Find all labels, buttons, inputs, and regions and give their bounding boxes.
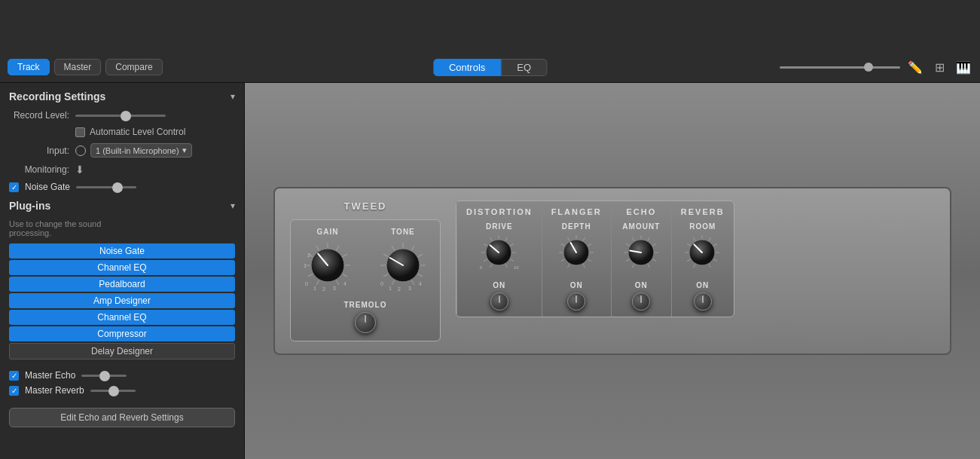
svg-text:2: 2	[322, 286, 325, 292]
echo-switch[interactable]	[632, 292, 650, 311]
svg-line-72	[648, 237, 650, 240]
reverb-knob-svg	[682, 232, 723, 274]
svg-line-21	[383, 274, 388, 277]
record-level-label: Record Level:	[9, 110, 69, 121]
room-label: ROOM	[689, 222, 716, 231]
grid-icon[interactable]: ⊞	[930, 58, 948, 76]
zoom-slider[interactable]	[780, 66, 900, 69]
svg-text:1: 1	[304, 263, 307, 268]
svg-text:4: 4	[419, 281, 422, 286]
tab-compare[interactable]: Compare	[105, 59, 162, 75]
echo-knob-svg	[621, 232, 662, 274]
tremolo-switch[interactable]	[355, 312, 376, 333]
tab-eq[interactable]: EQ	[501, 59, 547, 76]
echo-knob[interactable]	[621, 232, 662, 274]
reverb-knob-container: ROOM	[682, 222, 723, 274]
auto-level-row: Automatic Level Control	[75, 127, 235, 137]
plugin-channel-eq-1[interactable]: Channel EQ	[9, 260, 235, 275]
svg-line-30	[412, 280, 415, 285]
svg-line-63	[583, 265, 585, 268]
piano-icon[interactable]: 🎹	[954, 58, 972, 76]
main-content: Recording Settings ▾ Record Level: Autom…	[0, 83, 980, 459]
svg-line-82	[687, 244, 690, 246]
noise-gate-row: ✓ Noise Gate	[9, 182, 235, 192]
svg-text:2: 2	[307, 252, 310, 258]
svg-line-23	[383, 254, 388, 257]
plugin-channel-eq-2[interactable]: Channel EQ	[9, 310, 235, 325]
pencil-icon[interactable]: ✏️	[906, 58, 924, 76]
master-reverb-slider[interactable]	[90, 390, 136, 392]
gain-knob-container: GAIN	[301, 228, 354, 292]
input-select[interactable]: 1 (Built-in Microphone) ▾	[90, 143, 192, 158]
svg-line-53	[567, 265, 569, 268]
tab-track[interactable]: Track	[8, 59, 50, 75]
plugins-header[interactable]: Plug-ins ▾	[9, 200, 235, 212]
flanger-knob[interactable]	[556, 232, 597, 274]
master-echo-slider[interactable]	[81, 375, 127, 377]
flanger-switch[interactable]	[567, 292, 585, 311]
tremolo-label: TREMOLO	[344, 301, 387, 309]
edit-echo-reverb-button[interactable]: Edit Echo and Reverb Settings	[9, 408, 235, 427]
svg-line-27	[418, 254, 423, 257]
depth-label: DEPTH	[562, 222, 591, 231]
tab-controls[interactable]: Controls	[433, 59, 501, 76]
svg-line-4	[316, 246, 319, 250]
plugin-description: Use to change the soundprocessing.	[9, 219, 235, 237]
distortion-switch[interactable]	[490, 292, 508, 311]
distortion-knob[interactable]: 0 10	[478, 232, 520, 274]
tone-knob-container: TONE	[377, 228, 429, 292]
svg-line-83	[694, 237, 696, 240]
plugin-amp-designer[interactable]: Amp Designer	[9, 293, 235, 308]
svg-line-80	[687, 259, 690, 262]
master-reverb-checkbox[interactable]: ✓	[9, 386, 19, 396]
flanger-title: FLANGER	[551, 207, 602, 216]
distortion-title: DISTORTION	[466, 207, 533, 216]
master-echo-label: Master Echo	[25, 370, 75, 381]
tweed-box: GAIN	[290, 219, 441, 341]
monitoring-icon[interactable]: ⬇	[75, 164, 84, 176]
gain-knob[interactable]: 0 1 2 3 4 2 1	[301, 239, 354, 292]
recording-settings-title: Recording Settings	[9, 90, 105, 103]
tone-label: TONE	[391, 228, 415, 236]
auto-level-checkbox[interactable]	[75, 127, 85, 137]
master-reverb-row: ✓ Master Reverb	[9, 385, 235, 396]
flanger-knob-container: DEPTH	[556, 222, 597, 274]
auto-level-label: Automatic Level Control	[90, 127, 185, 137]
plugin-compressor[interactable]: Compressor	[9, 326, 235, 341]
svg-line-47	[511, 259, 514, 262]
svg-line-56	[561, 244, 564, 246]
reverb-on-label: ON	[696, 281, 709, 289]
record-level-slider[interactable]	[75, 115, 166, 117]
svg-line-75	[652, 259, 655, 262]
svg-line-24	[392, 246, 395, 250]
plugin-delay-designer[interactable]: Delay Designer	[9, 343, 235, 360]
tone-knob[interactable]: 0 1 2 3 4	[377, 239, 429, 292]
svg-line-79	[694, 265, 696, 268]
svg-line-57	[567, 237, 569, 240]
flanger-knob-svg	[556, 232, 597, 274]
tab-master[interactable]: Master	[54, 59, 102, 75]
plugins-chevron[interactable]: ▾	[230, 200, 235, 211]
recording-settings-header[interactable]: Recording Settings ▾	[9, 90, 235, 103]
svg-line-6	[337, 246, 340, 250]
svg-text:4: 4	[343, 281, 347, 286]
svg-text:3: 3	[408, 286, 411, 291]
plugin-pedalboard[interactable]: Pedalboard	[9, 277, 235, 292]
echo-section: ECHO AMOUNT	[611, 201, 671, 317]
svg-line-26	[412, 246, 415, 250]
svg-text:0: 0	[380, 281, 383, 286]
recording-settings-chevron[interactable]: ▾	[230, 91, 235, 102]
reverb-knob[interactable]	[682, 232, 723, 274]
input-row: Input: 1 (Built-in Microphone) ▾	[9, 143, 235, 158]
center-tabs: Controls EQ	[433, 59, 547, 76]
svg-line-7	[343, 254, 347, 257]
svg-text:1: 1	[389, 286, 392, 291]
plugin-noise-gate[interactable]: Noise Gate	[9, 243, 235, 259]
reverb-switch[interactable]	[694, 292, 712, 311]
svg-line-1	[308, 274, 313, 277]
master-echo-checkbox[interactable]: ✓	[9, 371, 19, 381]
noise-gate-checkbox[interactable]: ✓	[9, 182, 19, 192]
noise-gate-slider[interactable]	[76, 186, 136, 188]
master-section: ✓ Master Echo ✓ Master Reverb	[9, 370, 235, 396]
svg-line-41	[484, 244, 487, 246]
